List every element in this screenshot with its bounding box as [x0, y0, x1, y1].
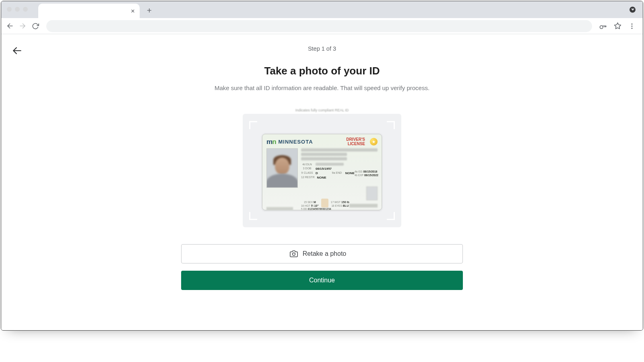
id-state-logo: mn [266, 138, 276, 146]
mac-traffic-lights[interactable] [7, 7, 28, 12]
redacted-text [266, 207, 293, 210]
id-restr-value: NONE [317, 176, 326, 180]
address-bar[interactable] [46, 20, 592, 32]
id-top-caption: Indicates fully compliant REAL ID [295, 108, 349, 112]
minimize-window-icon[interactable] [15, 7, 20, 12]
browser-tab[interactable]: × [38, 4, 140, 18]
continue-button[interactable]: Continue [181, 271, 463, 290]
retake-photo-button[interactable]: Retake a photo [181, 244, 463, 263]
id-date-block: 4a ISS08/15/2018 4b EXP08/15/2022 [355, 170, 378, 177]
new-tab-button[interactable]: + [144, 5, 155, 16]
step-indicator: Step 1 of 3 [181, 45, 463, 52]
viewfinder-corner-icon [387, 121, 395, 129]
svg-point-7 [632, 23, 633, 25]
state-seal-icon [321, 199, 328, 208]
id-state-name: MINNESOTA [279, 139, 313, 145]
id-portrait-photo [266, 148, 298, 188]
kebab-menu-icon[interactable] [627, 22, 636, 31]
id-card: mn MINNESOTA DRIVER'SLICENSE [262, 134, 382, 210]
retake-photo-label: Retake a photo [303, 250, 347, 257]
browser-window: × + [1, 1, 643, 331]
redacted-text [301, 153, 347, 156]
page-title: Take a photo of your ID [181, 65, 463, 77]
svg-point-8 [632, 25, 633, 27]
id-field-label: 9a END [331, 171, 343, 175]
svg-point-9 [632, 27, 633, 29]
id-dob-value: 08/15/1957 [316, 167, 332, 171]
nav-forward-button [18, 22, 27, 31]
maximize-window-icon[interactable] [23, 7, 28, 12]
page-subtitle: Make sure that all ID information are re… [181, 84, 463, 91]
close-window-icon[interactable] [7, 7, 12, 12]
redacted-text [301, 148, 378, 152]
real-id-star-icon [370, 138, 378, 146]
reload-button[interactable] [31, 22, 40, 31]
browser-toolbar [1, 18, 643, 34]
id-photo-preview: Indicates fully compliant REAL ID mn MIN… [243, 114, 401, 227]
id-field-label: 9 CLASS [301, 171, 313, 175]
page-back-button[interactable] [11, 45, 23, 57]
svg-marker-6 [614, 23, 621, 29]
viewfinder-corner-icon [249, 212, 257, 220]
nav-back-button[interactable] [5, 22, 14, 31]
redacted-text [316, 163, 344, 166]
redacted-text [301, 157, 347, 160]
tab-strip: × + [1, 1, 643, 18]
camera-icon [290, 250, 298, 258]
id-end-value: NONE [345, 171, 355, 175]
password-key-icon[interactable] [599, 22, 607, 31]
continue-label: Continue [309, 277, 335, 284]
id-field-label: 3 DOB [301, 167, 313, 171]
close-tab-icon[interactable]: × [131, 8, 135, 14]
id-dd-field: 5 DD0123456789301234 [301, 208, 331, 210]
svg-point-11 [292, 253, 295, 256]
id-field-label: 12 RESTR [301, 176, 314, 180]
bookmark-star-icon[interactable] [613, 22, 622, 31]
id-ghost-photo [366, 187, 378, 200]
page-content: Step 1 of 3 Take a photo of your ID Make… [1, 34, 643, 330]
redacted-text [349, 204, 378, 208]
viewfinder-corner-icon [249, 121, 257, 129]
account-menu-icon[interactable] [630, 7, 636, 13]
id-field-label: 4d DLN [301, 163, 313, 167]
id-class-value: D [316, 171, 318, 175]
viewfinder-corner-icon [387, 212, 395, 220]
id-info-block: 4d DLN 3 DOB08/15/1957 9 CLASSD9a ENDNON… [301, 148, 378, 188]
id-license-label: DRIVER'SLICENSE [346, 138, 365, 146]
